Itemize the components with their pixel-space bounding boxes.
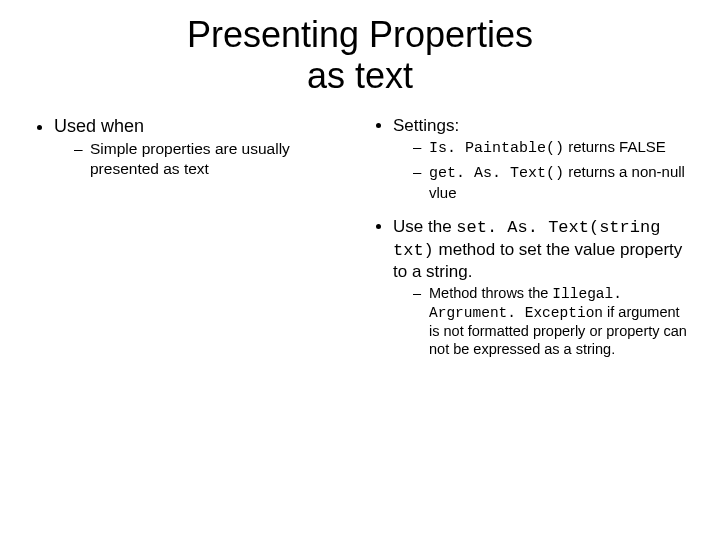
title-line-2: as text [307,55,413,96]
code-getastext: get. As. Text() [429,165,564,182]
settings-subitem-getastext: get. As. Text() returns a non-null vlue [413,163,690,203]
left-subitem-simple-properties: Simple properties are usually presented … [74,139,351,178]
settings-sublist: Is. Paintable() returns FALSE get. As. T… [393,138,690,202]
text-setastext-post: method to set the value property to a st… [393,240,682,281]
setastext-subitem-throws: Method throws the Illegal. Argrument. Ex… [413,284,690,359]
left-column: Used when Simple properties are usually … [30,115,351,369]
right-column: Settings: Is. Paintable() returns FALSE … [369,115,690,369]
code-ispaintable: Is. Paintable() [429,140,564,157]
slide: Presenting Properties as text Used when … [0,0,720,540]
left-list: Used when Simple properties are usually … [30,115,351,178]
right-item-setastext: Use the set. As. Text(string txt) method… [393,216,690,358]
title-line-1: Presenting Properties [187,14,533,55]
text-ispaintable-rest: returns FALSE [564,138,666,155]
left-sublist: Simple properties are usually presented … [54,139,351,178]
right-list: Settings: Is. Paintable() returns FALSE … [369,115,690,359]
setastext-sublist: Method throws the Illegal. Argrument. Ex… [393,284,690,359]
right-item-settings: Settings: Is. Paintable() returns FALSE … [393,115,690,203]
slide-title: Presenting Properties as text [30,14,690,97]
left-subitem-text: Simple properties are usually presented … [90,140,290,176]
text-method-throws: Method throws the [429,285,552,301]
left-item-used-when: Used when Simple properties are usually … [54,115,351,178]
text-use-the: Use the [393,217,456,236]
settings-subitem-ispaintable: Is. Paintable() returns FALSE [413,138,690,159]
columns: Used when Simple properties are usually … [30,115,690,369]
right-item-settings-label: Settings: [393,116,459,135]
left-item-text: Used when [54,116,144,136]
